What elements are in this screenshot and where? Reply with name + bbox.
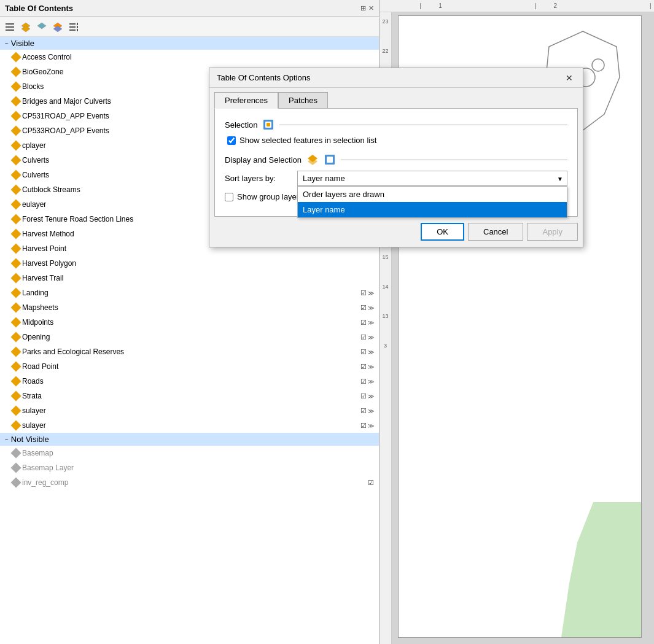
layer-icon [11, 463, 21, 473]
list-item[interactable]: Harvest Polygon [0, 256, 379, 271]
list-item[interactable]: sulayer ☑ ≫ [0, 418, 379, 433]
layer-name: Forest Tenure Road Section Lines [22, 215, 133, 223]
svg-marker-5 [37, 23, 46, 29]
svg-rect-10 [69, 29, 76, 31]
toc-toolbar [0, 17, 379, 37]
list-item[interactable]: Roads ☑ ≫ [0, 374, 379, 389]
svg-rect-23 [327, 157, 333, 163]
layer-icon [11, 126, 21, 136]
list-item[interactable]: Strata ☑ ≫ [0, 389, 379, 403]
ruler-label: 13 [382, 313, 388, 319]
svg-rect-0 [6, 23, 14, 25]
layer-right: ☑ ≫ [360, 304, 374, 312]
layer-right: ☑ ≫ [360, 422, 374, 430]
tab-preferences[interactable]: Preferences [214, 92, 278, 109]
layer-icon [11, 288, 21, 298]
ruler-label: 3 [384, 343, 387, 349]
dropdown-arrow-icon: ▼ [557, 175, 563, 182]
show-selected-row: Show selected features in selection list [225, 136, 567, 145]
list-item[interactable]: Basemap [0, 446, 379, 460]
list-item[interactable]: Road Point ☑ ≫ [0, 359, 379, 374]
layer-name: Culverts [22, 156, 49, 165]
visible-section-header[interactable]: − Visible [0, 37, 379, 50]
list-item[interactable]: Midpoints ☑ ≫ [0, 315, 379, 330]
selection-label: Selection [225, 120, 257, 130]
layer-right: ☑ ≫ [360, 333, 374, 341]
list-item[interactable]: Basemap Layer [0, 460, 379, 475]
not-visible-section-header[interactable]: − Not Visible [0, 433, 379, 446]
list-item[interactable]: Opening ☑ ≫ [0, 330, 379, 344]
dropdown-item-order[interactable]: Order layers are drawn [298, 187, 567, 202]
layer-name: BioGeoZone [22, 68, 63, 76]
toc-title-actions: ⊞ ✕ [360, 4, 374, 12]
chevron-icon: ≫ [368, 334, 374, 341]
layer-icon [11, 111, 21, 122]
list-item[interactable]: Mapsheets ☑ ≫ [0, 300, 379, 315]
visible-section-label: Visible [11, 39, 34, 48]
layer-right: ☑ ≫ [360, 289, 374, 297]
selection-section-row: Selection [225, 118, 567, 131]
sort-layers-value[interactable]: Layer name ▼ [297, 171, 567, 186]
apply-button[interactable]: Apply [527, 223, 578, 241]
layer-name: Opening [22, 333, 50, 341]
check-icon: ☑ [360, 363, 367, 371]
layer-right: ☑ [368, 479, 374, 487]
svg-rect-8 [69, 23, 76, 25]
layer-icon [11, 406, 21, 416]
show-selected-label: Show selected features in selection list [239, 136, 376, 145]
chevron-icon: ≫ [368, 422, 374, 429]
check-icon: ☑ [360, 348, 367, 356]
check-icon: ☑ [360, 304, 367, 312]
layer-name: CP533ROAD_APP Events [22, 126, 109, 135]
list-item[interactable]: inv_reg_comp ☑ [0, 475, 379, 490]
layer-right: ☑ ≫ [360, 392, 374, 400]
toolbar-btn-source[interactable] [34, 20, 49, 34]
list-item[interactable]: Access Control [0, 50, 379, 64]
toolbar-btn-selection[interactable] [50, 20, 65, 34]
chevron-icon: ≫ [368, 349, 374, 355]
dropdown-item-layername[interactable]: Layer name [298, 202, 567, 217]
layer-icon [11, 347, 21, 357]
dialog-tabs: Preferences Patches [209, 88, 583, 108]
cancel-button[interactable]: Cancel [468, 223, 523, 241]
list-item[interactable]: sulayer ☑ ≫ [0, 403, 379, 418]
section-divider2 [341, 160, 567, 160]
layer-icon [11, 244, 21, 254]
svg-rect-19 [267, 123, 270, 126]
tab-patches[interactable]: Patches [278, 92, 328, 109]
layer-icon [11, 214, 21, 225]
list-item[interactable]: Harvest Trail [0, 271, 379, 285]
dialog-close-button[interactable]: ✕ [563, 72, 575, 84]
layer-name: Road Point [22, 362, 58, 371]
toolbar-btn-list[interactable] [2, 20, 17, 34]
show-group-layer-checkbox[interactable] [225, 193, 233, 201]
list-item[interactable]: Parks and Ecological Reserves ☑ ≫ [0, 344, 379, 359]
chevron-icon: ≫ [368, 393, 374, 400]
list-item[interactable]: Landing ☑ ≫ [0, 285, 379, 300]
toolbar-btn-layer[interactable] [18, 20, 33, 34]
chevron-icon: ≫ [368, 408, 374, 414]
layer-name: cplayer [22, 141, 46, 150]
layer-name: Culverts [22, 171, 49, 179]
layer-icon [11, 391, 21, 402]
close-icon[interactable]: ✕ [368, 4, 374, 12]
show-selected-checkbox[interactable] [227, 136, 236, 145]
check-icon: ☑ [360, 319, 367, 327]
sort-layers-dropdown[interactable]: Layer name ▼ Order layers are drawn Laye… [297, 171, 567, 186]
ruler-label: 14 [382, 284, 388, 290]
layer-icon [11, 52, 21, 63]
layer-icon [11, 200, 21, 210]
toolbar-btn-options[interactable] [66, 20, 81, 34]
layer-name: Harvest Method [22, 230, 74, 238]
ok-button[interactable]: OK [421, 223, 464, 241]
svg-rect-9 [69, 26, 76, 28]
sort-layers-dropdown-list: Order layers are drawn Layer name [297, 186, 567, 218]
pin-icon[interactable]: ⊞ [360, 4, 366, 12]
layer-name: Harvest Polygon [22, 259, 76, 268]
toc-title: Table Of Contents [5, 4, 73, 13]
collapse-icon: − [5, 40, 9, 47]
show-group-layer-label: Show group layer [237, 192, 299, 201]
chevron-icon: ≫ [368, 305, 374, 311]
layer-right: ☑ ≫ [360, 378, 374, 386]
layer-icon [11, 303, 21, 313]
